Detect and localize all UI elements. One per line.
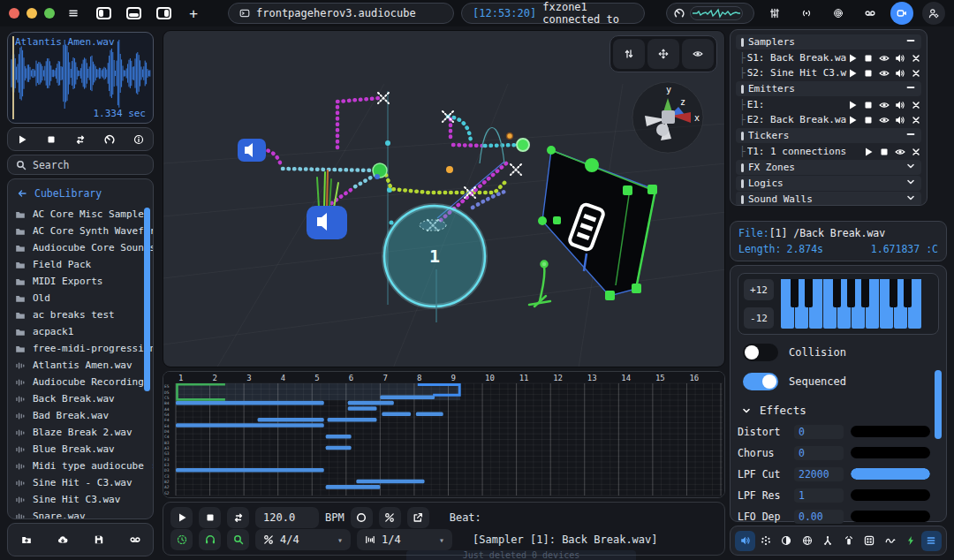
palette-squiggle-button[interactable] — [880, 531, 900, 551]
piano-keyboard[interactable] — [781, 279, 933, 329]
effect-value[interactable]: 1 — [794, 488, 844, 503]
object-group-header[interactable]: FX Zones — [736, 160, 921, 175]
effect-value[interactable]: 22000 — [794, 467, 844, 481]
midi-note[interactable] — [348, 401, 394, 405]
midi-note[interactable] — [326, 485, 381, 489]
library-search[interactable] — [7, 155, 154, 175]
item-close-button[interactable] — [911, 147, 921, 157]
item-close-button[interactable] — [911, 100, 921, 110]
zoom-button[interactable] — [227, 529, 249, 550]
collision-toggle[interactable] — [743, 344, 778, 361]
swing-button[interactable] — [379, 507, 401, 528]
target-button[interactable] — [827, 4, 850, 23]
midi-note[interactable] — [356, 480, 424, 484]
item-stop-button[interactable] — [879, 147, 890, 157]
mixer-button[interactable] — [763, 4, 786, 23]
export-button[interactable] — [407, 507, 429, 528]
library-header[interactable]: CubeLibrary — [8, 185, 153, 206]
view-tool[interactable] — [682, 39, 714, 69]
library-folder-item[interactable]: MIDI Exports — [8, 273, 153, 290]
item-speaker-button[interactable] — [895, 68, 905, 79]
toggle-bottom-panel-button[interactable] — [122, 4, 145, 23]
stop-button[interactable] — [199, 507, 221, 528]
collapse-group-button[interactable] — [905, 35, 916, 49]
viewport-3d[interactable]: y z x — [163, 30, 725, 367]
item-eye-button[interactable] — [895, 147, 905, 157]
palette-contrast-button[interactable] — [776, 531, 797, 551]
item-stop-button[interactable] — [863, 68, 874, 79]
palette-layers-button[interactable] — [921, 531, 942, 551]
library-folder-item[interactable]: ac breaks test — [8, 306, 153, 323]
library-file-item[interactable]: Sine Hit C3.wav — [8, 491, 153, 508]
preview-info-button[interactable] — [133, 134, 144, 145]
sequencer-panel[interactable]: 12345678910111213141516E5D5C5B4A4G4F4E4D… — [163, 371, 725, 498]
preview-volume-knob[interactable] — [104, 134, 115, 145]
palette-globe-button[interactable] — [797, 531, 817, 551]
object-group-header[interactable]: Tickers — [736, 128, 921, 143]
library-folder-item[interactable]: AC Core Misc Samples — [8, 206, 153, 223]
library-folder-item[interactable]: free-midi-progressions — [8, 340, 153, 357]
item-eye-button[interactable] — [879, 115, 890, 125]
sequenced-toggle[interactable] — [743, 373, 778, 390]
black-key[interactable] — [805, 279, 813, 307]
detail-scrollbar[interactable] — [935, 370, 942, 439]
item-close-button[interactable] — [911, 68, 921, 79]
item-eye-button[interactable] — [879, 100, 890, 110]
effect-slider[interactable] — [851, 511, 930, 522]
bpm-field[interactable]: 120.0 — [255, 507, 319, 528]
item-play-button[interactable] — [847, 115, 858, 125]
library-folder-item[interactable]: Audiocube Core Sounds — [8, 239, 153, 256]
metronome-button[interactable] — [351, 507, 373, 528]
move-vertical-tool[interactable] — [613, 39, 645, 69]
item-close-button[interactable] — [911, 53, 921, 64]
object-item[interactable]: ├ S1: Back Break.wa — [736, 50, 921, 65]
object-group-header[interactable]: Logics — [736, 176, 921, 191]
move-tool[interactable] — [647, 39, 679, 69]
item-stop-button[interactable] — [863, 100, 874, 110]
library-file-item[interactable]: Midi type audiocube› — [8, 458, 153, 474]
master-meter[interactable] — [666, 3, 754, 24]
preview-loop-button[interactable] — [75, 134, 86, 145]
effect-slider[interactable] — [851, 426, 930, 437]
window-zoom-button[interactable] — [44, 8, 55, 19]
midi-note[interactable] — [176, 423, 324, 428]
window-close-button[interactable] — [9, 8, 19, 19]
import-folder-button[interactable] — [21, 534, 32, 545]
palette-particles-button[interactable] — [755, 531, 776, 551]
toggle-right-panel-button[interactable] — [152, 4, 175, 23]
item-play-button[interactable] — [863, 147, 874, 157]
black-key[interactable] — [791, 279, 799, 307]
object-item[interactable]: ├ S2: Sine Hit C3.w — [736, 65, 921, 80]
effect-value[interactable]: 0.00 — [794, 510, 844, 524]
palette-speaker-button[interactable] — [735, 531, 755, 551]
palette-bolt-button[interactable] — [901, 531, 921, 551]
sequencer-grid[interactable]: 12345678910111213141516E5D5C5B4A4G4F4E4D… — [163, 372, 724, 497]
time-signature-select[interactable]: 4/4 ▾ — [255, 529, 351, 550]
midi-note[interactable] — [176, 468, 324, 473]
recordings-button[interactable] — [859, 4, 882, 23]
collapse-group-button[interactable] — [905, 129, 916, 142]
project-name-field[interactable]: frontpageherov3.audiocube — [228, 3, 454, 24]
account-button[interactable] — [922, 2, 945, 25]
item-eye-button[interactable] — [879, 68, 890, 79]
effect-value[interactable]: 0 — [794, 446, 844, 460]
object-group-header[interactable]: Samplers — [736, 34, 921, 49]
library-folder-item[interactable]: Old — [8, 290, 153, 306]
preview-stop-button[interactable] — [46, 134, 57, 145]
item-play-button[interactable] — [847, 68, 858, 79]
black-key[interactable] — [890, 279, 897, 307]
midi-note[interactable] — [258, 418, 324, 422]
cloud-download-button[interactable] — [57, 534, 68, 545]
library-file-item[interactable]: Audiocube Recordings› — [8, 374, 153, 390]
black-key[interactable] — [904, 279, 912, 307]
item-speaker-button[interactable] — [895, 100, 905, 110]
object-group-header[interactable]: Sound Walls — [736, 192, 921, 206]
object-item[interactable]: ├ E1: — [736, 97, 921, 112]
effect-slider[interactable] — [851, 468, 930, 480]
item-play-button[interactable] — [847, 100, 858, 110]
midi-note[interactable] — [326, 435, 352, 439]
library-folder-item[interactable]: acpack1 — [8, 323, 153, 340]
library-file-item[interactable]: Blue Break.wav — [8, 441, 153, 458]
object-group-header[interactable]: Emitters — [736, 81, 921, 96]
library-file-item[interactable]: Snare.wav — [8, 508, 153, 519]
